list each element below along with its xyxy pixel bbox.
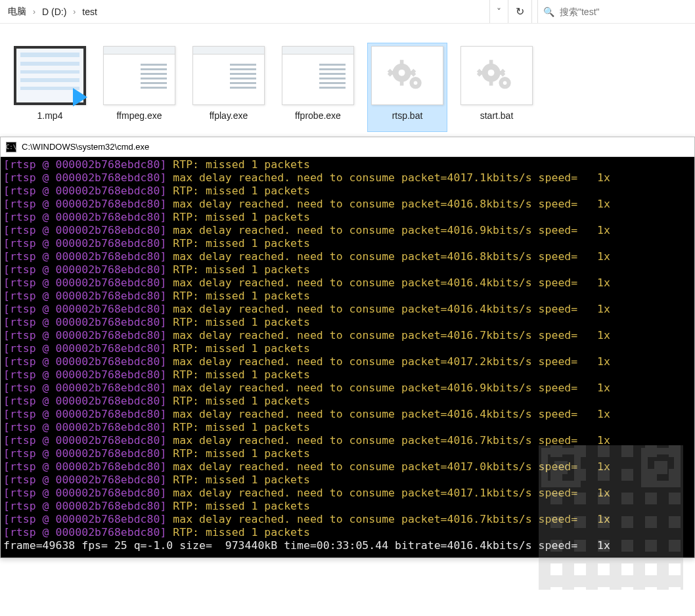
breadcrumb-drive[interactable]: D (D:)	[39, 5, 69, 18]
file-item-ffmpeg[interactable]: ffmpeg.exe	[100, 43, 179, 131]
app-thumbnail	[103, 46, 175, 105]
breadcrumb-computer[interactable]: 电脑	[5, 5, 29, 19]
console-output[interactable]: [rtsp @ 000002b768ebdc80] RTP: missed 1 …	[1, 157, 694, 558]
file-label: start.bat	[480, 110, 514, 121]
file-label: ffprobe.exe	[295, 110, 341, 121]
svg-point-11	[414, 81, 418, 85]
gear-icon	[384, 56, 430, 95]
file-label: ffplay.exe	[210, 110, 248, 121]
address-bar: 电脑 › D (D:) › test ˅ ↻ 🔍	[0, 0, 695, 24]
svg-point-21	[488, 70, 495, 76]
gear-icon	[474, 56, 520, 95]
refresh-button[interactable]: ↻	[508, 0, 532, 23]
bat-thumbnail	[460, 46, 533, 105]
breadcrumb[interactable]: 电脑 › D (D:) › test	[0, 0, 490, 23]
breadcrumb-folder[interactable]: test	[79, 5, 100, 18]
file-item-start-bat[interactable]: start.bat	[457, 43, 536, 131]
chevron-right-icon: ›	[32, 7, 37, 16]
refresh-icon: ↻	[516, 5, 524, 18]
bat-thumbnail	[371, 46, 443, 105]
svg-rect-2	[400, 81, 404, 85]
file-item-ffplay[interactable]: ffplay.exe	[189, 43, 268, 131]
search-icon: 🔍	[543, 7, 554, 17]
video-thumbnail	[14, 46, 86, 105]
cmd-icon: C:\	[6, 142, 16, 152]
svg-rect-13	[489, 60, 493, 64]
file-item-rtsp-bat[interactable]: rtsp.bat	[368, 43, 447, 131]
app-thumbnail	[192, 46, 265, 105]
svg-rect-14	[489, 81, 493, 85]
console-status-line: frame=49638 fps= 25 q=-1.0 size= 973440k…	[3, 539, 610, 552]
search-input[interactable]	[560, 7, 690, 17]
file-label: 1.mp4	[37, 110, 63, 121]
svg-point-9	[399, 70, 405, 76]
console-title: C:\WINDOWS\system32\cmd.exe	[22, 142, 149, 152]
svg-point-23	[503, 81, 507, 85]
file-label: rtsp.bat	[392, 110, 423, 121]
file-item-video[interactable]: 1.mp4	[11, 43, 89, 131]
chevron-right-icon: ›	[72, 7, 77, 16]
file-item-ffprobe[interactable]: ffprobe.exe	[279, 43, 357, 131]
app-thumbnail	[282, 46, 354, 105]
file-label: ffmpeg.exe	[116, 110, 162, 121]
console-titlebar[interactable]: C:\ C:\WINDOWS\system32\cmd.exe	[1, 137, 694, 157]
chevron-down-icon: ˅	[497, 7, 501, 17]
play-icon	[73, 88, 87, 106]
search-box[interactable]: 🔍	[537, 0, 695, 23]
address-dropdown-button[interactable]: ˅	[490, 0, 508, 23]
console-window: C:\ C:\WINDOWS\system32\cmd.exe [rtsp @ …	[0, 137, 695, 558]
svg-rect-1	[400, 60, 404, 64]
file-grid: 1.mp4 ffmpeg.exe ffplay.exe ffprobe.exe	[0, 24, 695, 137]
